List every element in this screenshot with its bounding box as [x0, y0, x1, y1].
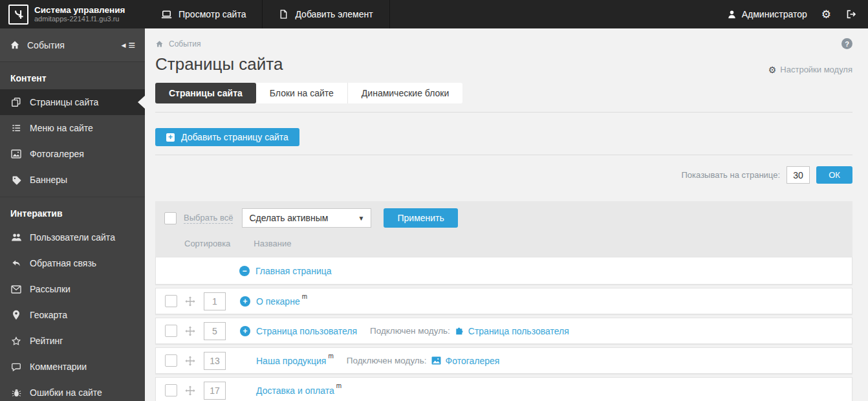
row-checkbox[interactable] — [165, 325, 177, 337]
settings-gear-icon[interactable]: ⚙ — [821, 9, 831, 20]
per-page-label: Показывать на странице: — [682, 170, 781, 180]
envelope-icon — [10, 285, 23, 294]
sort-order-input[interactable] — [204, 292, 226, 310]
column-header-sort: Сортировка — [184, 239, 230, 248]
topbar: Система управления admitapps-22141.f1.gu… — [0, 0, 868, 28]
sidebar-item-site-users[interactable]: Пользователи сайта — [0, 224, 145, 250]
module-settings-link[interactable]: ⚙ Настройки модуля — [768, 65, 852, 74]
collapse-arrow-icon: ◀ — [122, 42, 126, 49]
sidebar-item-site-menu[interactable]: Меню на сайте — [0, 115, 145, 141]
sidebar-item-newsletters[interactable]: Рассылки — [0, 276, 145, 302]
select-all-checkbox[interactable] — [164, 212, 177, 224]
sidebar-item-rating[interactable]: Рейтинг — [0, 328, 145, 354]
sidebar-section-interactive: Интерактив Пользователи сайта Обратная с… — [0, 197, 145, 401]
page-link[interactable]: О пекарне — [256, 296, 300, 307]
pages-icon — [10, 97, 23, 107]
sidebar-item-feedback[interactable]: Обратная связь — [0, 250, 145, 276]
collapse-minus-icon[interactable]: − — [239, 266, 250, 276]
move-icon[interactable] — [185, 296, 195, 307]
menu-list-icon — [10, 124, 23, 133]
expand-plus-icon[interactable]: + — [240, 296, 250, 307]
table-row: Наша продукция m Подключен модуль: Фотог… — [155, 347, 852, 374]
view-site-button[interactable]: Просмотр сайта — [145, 0, 263, 28]
sidebar-item-banners[interactable]: Баннеры — [0, 167, 145, 193]
laptop-icon — [161, 9, 172, 20]
menu-flag: m — [328, 352, 333, 360]
sidebar-item-photogallery[interactable]: Фотогалерея — [0, 141, 145, 167]
tab-site-blocks[interactable]: Блоки на сайте — [256, 83, 348, 103]
section-title: Контент — [0, 62, 145, 89]
move-icon[interactable] — [185, 385, 195, 396]
sort-order-input[interactable] — [204, 382, 226, 400]
page-link[interactable]: Страница пользователя — [256, 326, 357, 336]
add-page-button[interactable]: + Добавить страницу сайта — [155, 128, 299, 146]
brand-logo-icon — [8, 5, 28, 25]
table-row: − Главная страница — [155, 257, 852, 285]
tag-icon — [10, 175, 23, 185]
home-icon — [10, 40, 20, 50]
comment-icon — [10, 362, 23, 372]
apply-button[interactable]: Применить — [384, 208, 457, 228]
per-page-ok-button[interactable]: ОК — [816, 166, 852, 184]
table-row: + Страница пользователя Подключен модуль… — [155, 318, 852, 344]
row-checkbox[interactable] — [165, 295, 177, 307]
table-row: Доставка и оплата m — [155, 377, 852, 401]
puzzle-icon — [455, 327, 464, 336]
help-icon[interactable]: ? — [841, 38, 852, 49]
page-link[interactable]: Доставка и оплата — [256, 385, 334, 396]
per-page-input[interactable] — [787, 166, 810, 184]
section-title: Интерактив — [0, 197, 145, 224]
sidebar: События ◀ ≡ Контент Страницы сайта Меню … — [0, 28, 145, 401]
app-host: admitapps-22141.f1.gu3.ru — [34, 15, 125, 23]
menu-flag: m — [302, 293, 307, 300]
sidebar-item-site-pages[interactable]: Страницы сайта — [0, 89, 145, 115]
breadcrumb[interactable]: События — [169, 39, 201, 49]
menu-flag: m — [336, 382, 342, 389]
move-icon[interactable] — [185, 356, 195, 366]
logout-icon[interactable] — [845, 9, 856, 19]
chevron-down-icon: ▼ — [358, 215, 365, 222]
sort-order-input[interactable] — [204, 352, 226, 370]
add-element-button[interactable]: Добавить элемент — [263, 0, 389, 28]
photo-icon — [431, 356, 441, 365]
content-divider — [155, 155, 852, 155]
table-row: + О пекарне m — [155, 288, 852, 314]
page-link[interactable]: Наша продукция — [256, 356, 326, 366]
tabs: Страницы сайта Блоки на сайте Динамическ… — [155, 83, 852, 103]
sidebar-item-comments[interactable]: Комментарии — [0, 354, 145, 380]
tab-site-pages[interactable]: Страницы сайта — [155, 83, 256, 103]
bug-icon — [10, 388, 23, 398]
user-menu[interactable]: Администратор — [727, 9, 807, 19]
photo-icon — [10, 149, 23, 158]
sidebar-item-events[interactable]: События ◀ ≡ — [0, 28, 145, 62]
sidebar-item-site-errors[interactable]: Ошибки на сайте — [0, 380, 145, 401]
page-link[interactable]: Главная страница — [255, 266, 332, 276]
app-title: Система управления — [34, 5, 125, 16]
brand[interactable]: Система управления admitapps-22141.f1.gu… — [0, 0, 145, 28]
expand-plus-icon[interactable]: + — [240, 326, 250, 336]
module-link[interactable]: Страница пользователя — [468, 326, 569, 336]
breadcrumb-home-icon[interactable] — [155, 40, 164, 48]
row-checkbox[interactable] — [165, 384, 177, 396]
sidebar-item-geomap[interactable]: Геокарта — [0, 302, 145, 328]
module-label: Подключен модуль: — [347, 356, 427, 365]
module-settings-gear-icon: ⚙ — [768, 65, 777, 74]
page-title: Страницы сайта — [155, 54, 283, 74]
users-icon — [10, 233, 23, 242]
row-checkbox[interactable] — [165, 354, 177, 367]
select-all-label[interactable]: Выбрать всё — [184, 213, 233, 224]
move-icon[interactable] — [185, 326, 195, 336]
bulk-action-select[interactable]: Сделать активным ▼ — [242, 208, 371, 228]
tabs-divider — [155, 112, 852, 113]
module-label: Подключен модуль: — [370, 326, 450, 336]
reply-icon — [10, 259, 23, 268]
tab-dynamic-blocks[interactable]: Динамические блоки — [348, 83, 462, 103]
user-icon — [727, 10, 737, 19]
sidebar-section-content: Контент Страницы сайта Меню на сайте Фот… — [0, 62, 145, 193]
sidebar-collapse-control[interactable]: ◀ ≡ — [122, 39, 135, 51]
star-icon — [10, 336, 23, 346]
file-icon — [279, 9, 288, 19]
map-pin-icon — [10, 310, 23, 320]
sort-order-input[interactable] — [204, 322, 226, 340]
module-link[interactable]: Фотогалерея — [446, 356, 500, 366]
